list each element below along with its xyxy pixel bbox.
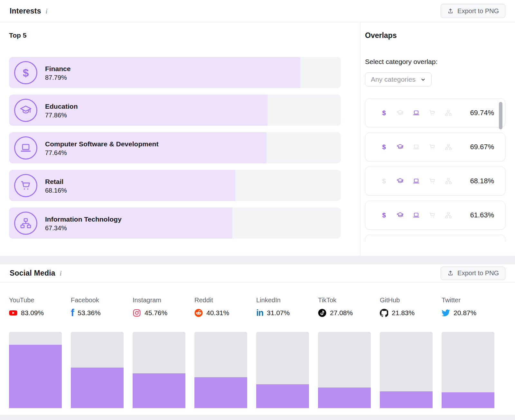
platform-value: 20.87% [454,309,476,317]
social-bar-linkedin[interactable] [256,332,309,408]
social-media-header: Social Media i Export to PNG [0,264,515,282]
platform-tiktok: TikTok 27.08% [318,297,371,318]
platform-value: 45.76% [145,309,167,317]
interest-bar-information-technology[interactable]: Information Technology 67.34% [9,207,341,239]
graduation-cap-icon [14,99,37,122]
overlap-row[interactable]: 69.67% [365,132,505,161]
bar-fill [71,368,124,408]
social-bar-tiktok[interactable] [318,332,371,408]
interests-title: Interests [10,7,41,15]
interest-value: 67.34% [45,224,122,232]
interest-bar-retail[interactable]: Retail 68.16% [9,170,341,201]
category-overlap-dropdown[interactable]: Any categories [365,72,432,87]
platform-github: GitHub 21.83% [380,297,433,318]
export-png-label: Export to PNG [457,7,499,15]
select-category-label: Select category overlap: [365,58,505,66]
interest-label: Retail [45,177,67,187]
shopping-cart-icon [428,143,436,151]
interest-label: Computer Software & Development [45,139,158,150]
sitemap-icon [445,211,452,219]
platform-reddit: Reddit 40.31% [194,297,247,318]
shopping-cart-icon [428,211,436,219]
interest-value: 68.16% [45,187,67,194]
interest-label: Information Technology [45,214,122,225]
shopping-cart-icon [428,177,436,185]
platform-name: Instagram [133,297,185,304]
overlap-list: 69.74% 69.67% [365,98,505,242]
laptop-icon [412,177,420,185]
social-bar-github[interactable] [380,332,433,408]
platform-youtube: YouTube 83.09% [9,297,62,318]
sitemap-icon [445,143,452,151]
interest-value: 87.79% [45,74,70,81]
bar-fill [318,388,371,408]
overlap-row[interactable]: 69.74% [365,98,505,127]
export-png-button[interactable]: Export to PNG [441,267,505,280]
overlaps-scrollbar[interactable] [499,102,502,129]
platform-value: 40.31% [206,309,229,317]
upload-icon [447,8,454,14]
reddit-icon [194,309,203,317]
graduation-cap-icon [396,211,404,219]
social-media-section: Social Media i Export to PNG YouTube 83.… [0,264,515,415]
bar-fill [9,345,62,408]
linkedin-icon: in [256,309,263,317]
social-bar-facebook[interactable] [71,332,124,408]
overlap-value: 69.67% [470,143,494,151]
shopping-cart-icon [428,109,436,117]
platform-name: Reddit [194,297,247,304]
overlap-value: 68.18% [470,177,494,185]
interest-bar-finance[interactable]: Finance 87.79% [9,57,341,88]
dollar-icon [14,61,37,84]
export-png-button[interactable]: Export to PNG [441,4,505,18]
sitemap-icon [445,177,452,185]
social-bar-youtube[interactable] [9,332,62,408]
github-icon [380,309,388,317]
graduation-cap-icon [396,177,404,185]
overlap-row[interactable]: 68.18% [365,167,505,196]
bar-fill [442,392,494,408]
platform-instagram: Instagram 45.76% [133,297,185,318]
social-bars-row [9,332,515,408]
platform-value: 53.36% [78,309,100,317]
platform-name: GitHub [380,297,433,304]
social-bar-reddit[interactable] [194,332,247,408]
platform-value: 21.83% [392,309,415,317]
sitemap-icon [445,109,452,117]
platform-name: LinkedIn [256,297,309,304]
overlap-row[interactable]: 61.63% [365,201,505,230]
info-icon[interactable]: i [46,8,48,15]
bar-fill [256,384,309,408]
top5-panel: Top 5 Finance 87.79% Education [0,22,360,256]
platform-value: 27.08% [330,309,353,317]
instagram-icon [133,309,141,317]
interest-label: Finance [45,64,70,74]
bar-fill [380,391,433,408]
platform-value: 31.07% [267,309,290,317]
interest-bar-computer-software[interactable]: Computer Software & Development 77.64% [9,132,341,163]
chevron-down-icon [420,77,426,82]
platform-name: YouTube [9,297,62,304]
top5-title: Top 5 [9,32,341,39]
shopping-cart-icon [14,174,37,197]
laptop-icon [412,109,420,117]
platform-name: Twitter [442,297,494,304]
export-png-label: Export to PNG [457,269,499,277]
social-bar-twitter[interactable] [442,332,494,408]
facebook-icon: f [71,308,74,318]
twitter-icon [442,309,450,317]
overlap-row-partial[interactable] [365,235,505,242]
interest-value: 77.64% [45,149,158,157]
interest-label: Education [45,101,78,112]
laptop-icon [14,136,37,160]
social-bar-instagram[interactable] [133,332,185,408]
bar-fill [194,377,247,408]
interest-bar-education[interactable]: Education 77.86% [9,95,341,126]
platform-twitter: Twitter 20.87% [442,297,494,318]
info-icon[interactable]: i [60,270,62,277]
social-media-title: Social Media [10,269,55,278]
interests-header: Interests i Export to PNG [0,0,515,22]
dollar-icon [380,143,388,151]
platform-facebook: Facebook f 53.36% [71,297,124,318]
upload-icon [447,270,454,277]
